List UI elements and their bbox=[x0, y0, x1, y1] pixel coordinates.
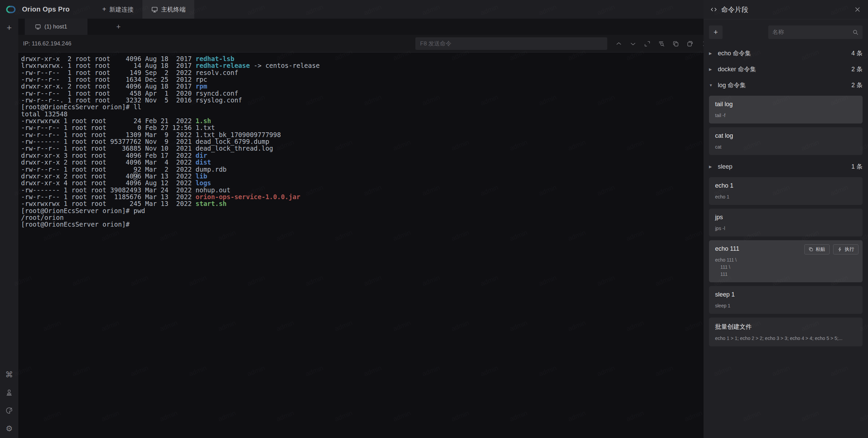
new-connection-label: 新建连接 bbox=[109, 5, 134, 14]
terminal-line: -rw-r--r-- 1 root root 1185676 Mar 13 20… bbox=[21, 193, 704, 200]
copy-icon[interactable] bbox=[672, 40, 679, 47]
new-connection-button[interactable]: + 新建连接 bbox=[94, 0, 143, 19]
terminal-line: /root/orion bbox=[21, 214, 704, 221]
sidebar-bottom-icons: ⌘ ⚙ bbox=[5, 370, 13, 438]
snippet-card-title: jps bbox=[715, 214, 856, 221]
snippet-card-actions: 粘贴执行 bbox=[804, 244, 859, 254]
snippet-card-title: cat log bbox=[715, 132, 856, 139]
terminal-line: -rwxrwxrwx 1 root root 24 Feb 21 2022 1.… bbox=[21, 117, 704, 124]
terminal-line: drwxr-xr-x 2 root root 4096 Mar 4 2022 d… bbox=[21, 159, 704, 166]
terminal-line: -rw-r--r-- 1 root root 458 Apr 1 2020 rs… bbox=[21, 90, 704, 97]
snippet-group-label: echo 命令集 bbox=[718, 49, 751, 57]
terminal-line: -rw------- 1 root root 95377762 Nov 9 20… bbox=[21, 138, 704, 145]
stamp-icon[interactable] bbox=[5, 388, 13, 397]
snippet-run-button[interactable]: 执行 bbox=[833, 244, 859, 254]
terminal-line: [root@OrionEcsServer orion]# pwd bbox=[21, 207, 704, 214]
snippet-card-command: echo 1 > 1; echo 2 > 2; echo 3 > 3; echo… bbox=[715, 335, 856, 342]
host-terminal-label: 主机终端 bbox=[161, 5, 185, 14]
new-tab-button[interactable]: + bbox=[116, 22, 121, 31]
snippet-group-count: 2 条 bbox=[851, 65, 863, 73]
snippet-group-expanded[interactable]: ▼log 命令集2 条 bbox=[709, 77, 863, 93]
search-icon bbox=[852, 29, 859, 35]
snippet-card[interactable]: sleep 1sleep 1 bbox=[709, 286, 863, 314]
left-sidebar: + ⌘ ⚙ bbox=[0, 19, 18, 438]
code-icon bbox=[710, 6, 717, 13]
snippet-paste-button[interactable]: 粘贴 bbox=[804, 244, 830, 254]
snippet-group-count: 4 条 bbox=[851, 49, 863, 57]
snippet-search-box bbox=[768, 25, 863, 39]
terminal-line: -rw-r--r--. 1 root root 3232 Nov 5 2016 … bbox=[21, 97, 704, 103]
terminal-output: drwxr-xr-x 2 root root 4096 Aug 18 2017 … bbox=[21, 55, 704, 228]
terminal-line: -rw-r--r-- 1 root root 36885 Nov 10 2021… bbox=[21, 145, 704, 152]
caret-right-icon: ▶ bbox=[709, 165, 714, 169]
terminal-line: lrwxrwxrwx. 1 root root 14 Aug 18 2017 r… bbox=[21, 62, 704, 69]
terminal-line: total 132548 bbox=[21, 111, 704, 117]
terminal-line: drwxr-xr-x 2 root root 4096 Aug 18 2017 … bbox=[21, 55, 704, 62]
paste-icon[interactable] bbox=[687, 40, 693, 47]
chevron-down-icon[interactable] bbox=[630, 40, 636, 47]
app-window: Orion Ops Pro + 新建连接 主机终端 + ⌘ bbox=[0, 0, 868, 438]
snippet-card[interactable]: echo 1echo 1 bbox=[709, 177, 863, 205]
terminal-line: -rw------- 1 root root 39082493 Mar 24 2… bbox=[21, 187, 704, 193]
terminal-line: drwxr-xr-x. 2 root root 4096 Aug 18 2017… bbox=[21, 83, 704, 90]
terminal-line: -rw-r--r-- 1 root root 92 Mar 2 2022 dum… bbox=[21, 166, 704, 173]
terminal-tab-host1[interactable]: (1) host1 bbox=[25, 19, 87, 35]
chevron-up-icon[interactable] bbox=[615, 40, 622, 47]
snippet-card-command: echo 1 bbox=[715, 193, 856, 201]
command-shortcut-icon[interactable]: ⌘ bbox=[5, 370, 13, 379]
snippet-card[interactable]: 批量创建文件echo 1 > 1; echo 2 > 2; echo 3 > 3… bbox=[709, 318, 863, 346]
snippet-search-input[interactable] bbox=[772, 29, 852, 36]
orion-logo-icon bbox=[4, 3, 17, 16]
snippet-card-title: 批量创建文件 bbox=[715, 323, 856, 331]
terminal-line: drwxr-xr-x 2 root root 4096 Mar 13 2022 … bbox=[21, 173, 704, 179]
palette-icon[interactable] bbox=[5, 406, 13, 415]
snippet-group-label: docker 命令集 bbox=[718, 65, 756, 73]
terminal-line: drwxr-xr-x 4 root root 4096 Aug 12 2022 … bbox=[21, 179, 704, 186]
search-history-icon[interactable] bbox=[658, 40, 665, 47]
plus-icon: + bbox=[102, 5, 106, 13]
snippet-group-label: log 命令集 bbox=[718, 81, 746, 89]
snippet-card-command: tail -f bbox=[715, 112, 856, 119]
caret-down-icon: ▼ bbox=[709, 83, 714, 87]
snippet-group-collapsed[interactable]: ▶echo 命令集4 条 bbox=[709, 45, 863, 61]
snippet-card[interactable]: jpsjps -l bbox=[709, 209, 863, 236]
workspace-body: + ⌘ ⚙ bbox=[0, 19, 704, 438]
close-icon[interactable] bbox=[854, 6, 861, 13]
snippet-card-title: tail log bbox=[715, 101, 856, 108]
terminal-workspace: (1) host1 + IP: 116.62.194.246 bbox=[18, 19, 704, 438]
snippet-group-label: sleep bbox=[718, 163, 732, 170]
terminal-line: [root@OrionEcsServer orion]# ll bbox=[21, 103, 704, 110]
collapse-panel-icon[interactable] bbox=[701, 40, 704, 47]
host-terminal-tab[interactable]: 主机终端 bbox=[142, 0, 194, 19]
snippet-group-collapsed[interactable]: ▶docker 命令集2 条 bbox=[709, 61, 863, 77]
terminal-line: -rw-r--r-- 1 root root 149 Sep 2 2022 re… bbox=[21, 69, 704, 76]
snippet-card[interactable]: echo 111echo 111 \ 111 \ 111粘贴执行 bbox=[709, 240, 863, 282]
send-command-input[interactable] bbox=[415, 37, 607, 50]
fullscreen-icon[interactable] bbox=[644, 40, 651, 47]
gear-icon[interactable]: ⚙ bbox=[5, 424, 13, 433]
monitor-icon bbox=[151, 6, 158, 13]
terminal-line: drwxr-xr-x 3 root root 4096 Feb 17 2022 … bbox=[21, 152, 704, 159]
snippet-group-collapsed[interactable]: ▶sleep1 条 bbox=[709, 159, 863, 174]
add-snippet-button[interactable]: + bbox=[709, 25, 723, 39]
terminal-line: -rw-r--r-- 1 root root 1634 Dec 25 2012 … bbox=[21, 76, 704, 83]
snippet-panel-title: 命令片段 bbox=[721, 5, 748, 14]
command-snippet-panel: 命令片段 + ▶echo 命令集4 条▶docker 命令集2 条▼log 命令… bbox=[704, 0, 868, 438]
terminal-toolbar: IP: 116.62.194.246 bbox=[18, 35, 704, 53]
snippet-card-command: sleep 1 bbox=[715, 302, 856, 309]
terminal-line: -rwxrwxrwx 1 root root 245 Mar 13 2022 s… bbox=[21, 200, 704, 207]
snippet-panel-header: 命令片段 bbox=[704, 0, 868, 19]
snippet-list: ▶echo 命令集4 条▶docker 命令集2 条▼log 命令集2 条tai… bbox=[704, 39, 868, 438]
snippet-card[interactable]: tail logtail -f bbox=[709, 96, 863, 123]
terminal-tab-label: (1) host1 bbox=[44, 23, 67, 30]
app-title: Orion Ops Pro bbox=[22, 5, 70, 13]
monitor-icon bbox=[35, 24, 41, 30]
terminal-toolbar-icons bbox=[615, 40, 704, 47]
snippet-group-count: 1 条 bbox=[851, 163, 863, 171]
sidebar-add-button[interactable]: + bbox=[6, 23, 12, 32]
caret-right-icon: ▶ bbox=[709, 51, 714, 56]
snippet-card[interactable]: cat logcat bbox=[709, 127, 863, 155]
snippet-card-title: sleep 1 bbox=[715, 291, 856, 298]
terminal-line: -rw-r--r-- 1 root root 0 Feb 27 12:56 1.… bbox=[21, 124, 704, 131]
terminal-screen[interactable]: drwxr-xr-x 2 root root 4096 Aug 18 2017 … bbox=[18, 53, 704, 438]
